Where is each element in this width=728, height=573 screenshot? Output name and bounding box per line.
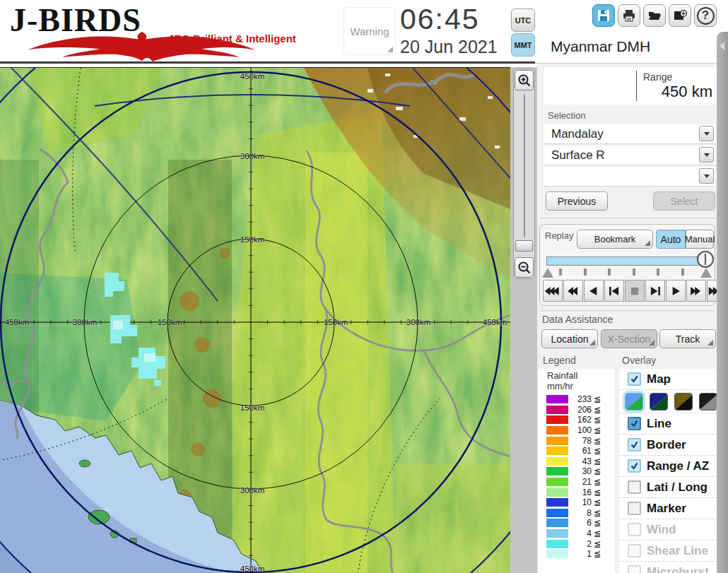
range-start-marker-icon[interactable] xyxy=(542,268,553,278)
mmt-button[interactable]: MMT xyxy=(511,33,535,57)
overlay-box: Map Line Border Range / AZ Lati / Long M… xyxy=(619,369,717,573)
legend-le-symbol: ≦ xyxy=(594,488,601,497)
legend-row: 30 ≦ xyxy=(546,466,614,477)
line-checkbox[interactable] xyxy=(628,417,641,430)
location-button[interactable]: Location xyxy=(541,329,598,348)
jump-start-button[interactable] xyxy=(543,280,563,302)
lati-long-checkbox[interactable] xyxy=(628,480,641,494)
data-assistance-label: Data Assistance xyxy=(542,314,613,325)
overlay-item-lati-long[interactable]: Lati / Long xyxy=(619,476,717,497)
range-label: 450km xyxy=(5,318,30,326)
border-checkbox[interactable] xyxy=(628,438,641,451)
stop-button[interactable] xyxy=(625,280,645,302)
map-style-swatch-4[interactable] xyxy=(699,393,717,410)
legend-row: 6 ≦ xyxy=(546,518,614,528)
radar-map[interactable]: 450km300km150km150km300km450km450km300km… xyxy=(0,67,510,573)
overlay-title: Overlay xyxy=(622,355,656,366)
wind-checkbox[interactable] xyxy=(628,523,641,536)
track-button[interactable]: Track xyxy=(659,329,716,348)
dropdown-site-button[interactable] xyxy=(699,126,714,141)
export-image-button[interactable] xyxy=(669,4,691,27)
checkmark-icon xyxy=(630,419,639,428)
range-label: 150km xyxy=(324,318,348,326)
save-button[interactable] xyxy=(592,4,615,27)
legend-color-swatch xyxy=(546,488,568,497)
legend-row: 4 ≦ xyxy=(546,528,614,539)
overlay-item-range-az[interactable]: Range / AZ xyxy=(619,455,717,476)
legend-color-swatch xyxy=(546,437,568,445)
bookmark-button[interactable]: Bookmark xyxy=(577,230,653,249)
legend-value: 61 xyxy=(568,446,592,456)
checkmark-icon xyxy=(630,461,639,471)
zoom-slider-handle[interactable] xyxy=(515,240,533,252)
legend-le-symbol: ≦ xyxy=(594,549,601,559)
step-back-button[interactable] xyxy=(604,280,624,302)
marker-label: Marker xyxy=(647,502,686,516)
stop-icon xyxy=(626,285,644,297)
overlay-item-line[interactable]: Line xyxy=(619,413,717,434)
legend-le-symbol: ≦ xyxy=(594,477,601,487)
utc-button[interactable]: UTC xyxy=(511,8,535,32)
manual-button[interactable]: Manual xyxy=(686,230,714,249)
dropdown-product-button[interactable] xyxy=(699,147,714,163)
legend-unit-line1: Rainfall xyxy=(547,370,614,381)
map-checkbox[interactable] xyxy=(628,372,641,386)
overlay-item-microburst[interactable]: Microburst xyxy=(619,561,717,573)
overlay-item-marker[interactable]: Marker xyxy=(619,497,717,519)
map-style-swatch-3[interactable] xyxy=(674,393,693,410)
map-style-swatch-1[interactable] xyxy=(625,393,643,410)
legend-row: 162 ≦ xyxy=(546,415,614,425)
range-az-checkbox[interactable] xyxy=(628,459,641,473)
fast-rewind-button[interactable] xyxy=(563,280,583,302)
legend-value: 30 xyxy=(568,466,592,476)
overlay-item-wind[interactable]: Wind xyxy=(619,519,717,540)
map-style-swatch-2[interactable] xyxy=(650,393,668,410)
dropdown-site[interactable]: Mandalay xyxy=(544,124,715,144)
zoom-slider-track[interactable] xyxy=(524,95,525,237)
replay-timeline-track[interactable] xyxy=(546,256,709,266)
header: J-BIRDS JRC-Brilliant & Intelligent Rada… xyxy=(0,0,728,64)
overlay-item-border[interactable]: Border xyxy=(619,434,717,455)
range-end-marker-icon[interactable] xyxy=(700,268,712,278)
range-label: 150km xyxy=(240,403,265,412)
zoom-out-button[interactable] xyxy=(515,257,534,278)
open-folder-button[interactable] xyxy=(643,4,666,27)
legend-color-swatch xyxy=(546,457,568,466)
print-button[interactable] xyxy=(618,4,640,27)
dropdown-extra[interactable] xyxy=(544,167,715,187)
folder-icon xyxy=(647,8,662,23)
overlay-item-shear-line[interactable]: Shear Line xyxy=(619,540,717,561)
fast-forward-button[interactable] xyxy=(686,280,706,302)
dropdown-product[interactable]: Surface R xyxy=(544,146,715,165)
range-label: Range xyxy=(643,71,672,83)
warning-label: Warning xyxy=(350,25,389,37)
rw1-icon xyxy=(585,285,603,297)
menu-corner-icon xyxy=(649,340,654,345)
legend-le-symbol: ≦ xyxy=(594,415,601,425)
replay-group: Replay Bookmark Auto Manual xyxy=(539,224,715,306)
step-forward-button[interactable] xyxy=(645,280,665,302)
overlay-item-map[interactable]: Map xyxy=(619,369,717,389)
help-button[interactable]: ? xyxy=(694,4,717,27)
select-button[interactable]: Select xyxy=(653,191,715,211)
microburst-checkbox[interactable] xyxy=(628,565,641,573)
marker-checkbox[interactable] xyxy=(628,502,641,515)
play-reverse-button[interactable] xyxy=(584,280,604,302)
shear-line-checkbox[interactable] xyxy=(628,544,641,557)
legend-row: 233 ≦ xyxy=(546,394,614,405)
auto-button[interactable]: Auto xyxy=(656,230,686,249)
replay-timeline-handle[interactable] xyxy=(697,251,714,268)
play-button[interactable] xyxy=(666,280,686,302)
x-section-button[interactable]: X-Section xyxy=(601,329,657,348)
warning-button[interactable]: Warning xyxy=(344,7,396,55)
menu-corner-icon xyxy=(708,340,713,345)
legend-row: 61 ≦ xyxy=(546,446,614,456)
rw2-icon xyxy=(564,285,582,297)
legend-row: 16 ≦ xyxy=(546,487,614,497)
zoom-in-button[interactable] xyxy=(515,70,534,90)
panel-collapse-handle[interactable] xyxy=(717,32,728,573)
microburst-label: Microburst xyxy=(647,565,709,573)
previous-button[interactable]: Previous xyxy=(546,191,608,211)
dropdown-extra-button[interactable] xyxy=(699,168,714,184)
range-box: Range 450 km xyxy=(544,67,718,105)
